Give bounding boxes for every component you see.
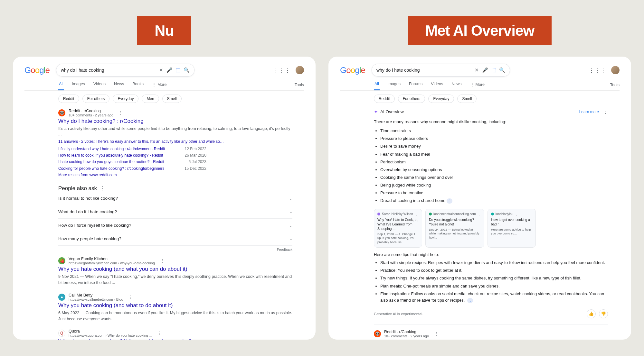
result-title[interactable]: Why do I hate cooking? : r/Cooking — [58, 118, 292, 124]
chip[interactable]: Smell — [162, 95, 182, 103]
lens-icon[interactable]: ⬚ — [176, 67, 180, 73]
tab-videos[interactable]: Videos — [93, 82, 106, 90]
paa-item[interactable]: Is it normal to not like cooking?⌄ — [58, 192, 292, 205]
sublink[interactable]: I finally understand why I hate cooking … — [58, 146, 165, 152]
result-title[interactable]: Why you hate cooking (and what to do abo… — [58, 302, 292, 309]
google-logo[interactable]: Google — [340, 65, 365, 75]
apps-icon[interactable]: ⋮⋮⋮ — [273, 67, 290, 74]
thumbs-up-button[interactable]: 👍 — [587, 309, 596, 318]
ai-tips-heading: Here are some tips that might help: — [374, 252, 608, 257]
search-input[interactable] — [61, 68, 156, 73]
tab-videos[interactable]: Videos — [430, 82, 444, 90]
clear-icon[interactable]: ✕ — [159, 67, 163, 73]
lens-icon[interactable]: ⬚ — [491, 67, 496, 73]
tab-news[interactable]: News — [451, 82, 462, 90]
more-results-link[interactable]: More results from www.reddit.com — [58, 173, 117, 177]
ai-reasons-list: Time constraintsPressure to please other… — [380, 128, 608, 204]
more-icon[interactable]: ⋮ — [128, 295, 133, 300]
more-icon[interactable]: ⋮ — [100, 186, 105, 191]
tab-more[interactable]: More — [151, 82, 167, 90]
result-title[interactable]: Why do I hate cooking? : r/Cooking — [374, 339, 608, 340]
sparkle-icon: ✦ — [374, 109, 378, 115]
chip[interactable]: Reddit — [58, 95, 79, 103]
paa-heading: People also ask — [58, 185, 97, 192]
reddit-icon: 👽 — [58, 109, 65, 116]
result-item: ● Call Me Bettyhttps://www.callmebetty.c… — [58, 293, 292, 322]
ai-card[interactable]: Sarah Hinlicky Wilson⋮ Why You* Hate to … — [374, 209, 422, 248]
more-icon[interactable]: ⋮ — [603, 109, 608, 115]
ai-overview: ✦ AI Overview Learn more ⋮ There are man… — [374, 109, 608, 318]
google-logo[interactable]: Google — [24, 65, 50, 75]
result-reddit: 👽 Reddit · r/Cooking 10+ comments · 2 ye… — [374, 330, 608, 340]
paa-item[interactable]: What do I do if I hate cooking?⌄ — [58, 205, 292, 219]
chip[interactable]: For others — [398, 95, 425, 103]
more-icon[interactable]: ⋮ — [157, 331, 162, 336]
tab-images[interactable]: Images — [71, 82, 86, 90]
search-icon[interactable]: 🔍 — [499, 67, 505, 73]
result-item: Q Quorahttps://www.quora.com › Why-do-yo… — [58, 329, 292, 340]
tabs: All Images Forums Videos News More Tools — [340, 82, 620, 91]
tab-forums[interactable]: Forums — [408, 82, 423, 90]
tab-news[interactable]: News — [113, 82, 125, 90]
tab-all[interactable]: All — [374, 82, 380, 90]
result-reddit: 👽 Reddit · r/Cooking 10+ comments · 2 ye… — [58, 109, 292, 178]
ai-card[interactable]: londoncentralcounselling.com⋮ Do you str… — [425, 209, 484, 248]
tab-more[interactable]: More — [469, 82, 485, 90]
clear-icon[interactable]: ✕ — [475, 67, 479, 73]
result-title[interactable]: Why do you hate cooking? What would make… — [58, 338, 292, 340]
tabs: All Images Videos News Books More Tools — [24, 82, 304, 91]
tab-images[interactable]: Images — [387, 82, 401, 90]
result-item: 🍓 Vegan Family Kitchenhttps://veganfamil… — [58, 257, 292, 286]
ai-disclaimer: Generative AI is experimental. — [374, 312, 423, 316]
paa-item[interactable]: How do I force myself to like cooking?⌄ — [58, 219, 292, 232]
chip[interactable]: For others — [82, 95, 110, 103]
chip[interactable]: Men — [142, 95, 159, 103]
tab-books[interactable]: Books — [132, 82, 144, 90]
chip[interactable]: Smell — [457, 95, 477, 103]
search-box[interactable]: ✕ 🎤 ⬚ 🔍 — [56, 64, 194, 77]
serp-right: Google ✕ 🎤 ⬚ 🔍 ⋮⋮⋮ All Images Forums Vid… — [328, 57, 631, 340]
site-icon: ● — [58, 294, 65, 301]
ai-overview-label: AI Overview — [380, 109, 579, 114]
search-icon[interactable]: 🔍 — [184, 67, 190, 73]
avatar[interactable] — [296, 66, 304, 74]
chevron-down-icon: ⌄ — [289, 223, 292, 228]
more-icon[interactable]: ⋮ — [118, 110, 123, 115]
tools-link[interactable]: Tools — [610, 83, 620, 87]
quora-icon: Q — [58, 330, 65, 337]
expand-icon[interactable]: ⌄ — [467, 298, 473, 303]
mic-icon[interactable]: 🎤 — [166, 67, 173, 73]
sublink[interactable]: Cooking for people who hate cooking? : r… — [58, 165, 165, 172]
feedback-link[interactable]: Feedback — [58, 248, 292, 251]
apps-icon[interactable]: ⋮⋮⋮ — [589, 67, 606, 74]
banner-left: Nu — [137, 16, 191, 45]
more-icon[interactable]: ⋮ — [160, 258, 165, 263]
ai-card[interactable]: lunchladylou⋮ How to get over cooking a … — [488, 209, 536, 248]
mic-icon[interactable]: 🎤 — [482, 67, 488, 73]
chip[interactable]: Everyday — [428, 95, 454, 103]
site-icon: 🍓 — [58, 257, 65, 264]
chip[interactable]: Reddit — [374, 95, 395, 103]
tab-all[interactable]: All — [58, 82, 64, 90]
ai-tips-list: Start with simple recipes: Recipes with … — [380, 260, 608, 304]
sublink[interactable]: I hate cooking how do you guys continue … — [58, 159, 164, 165]
search-box[interactable]: ✕ 🎤 ⬚ 🔍 — [372, 64, 510, 77]
learn-more-link[interactable]: Learn more — [579, 110, 599, 114]
more-icon[interactable]: ⋮ — [434, 331, 439, 336]
chevron-down-icon: ⌄ — [289, 210, 292, 214]
avatar[interactable] — [611, 66, 620, 74]
serp-left: Google ✕ 🎤 ⬚ 🔍 ⋮⋮⋮ All Images Videos New… — [13, 57, 316, 340]
ai-source-cards: Sarah Hinlicky Wilson⋮ Why You* Hate to … — [374, 209, 608, 248]
paa-item[interactable]: How many people hate cooking?⌄ — [58, 232, 292, 246]
tools-link[interactable]: Tools — [295, 83, 304, 87]
sublink[interactable]: How to learn to cook, if you absolutely … — [58, 152, 163, 159]
chip[interactable]: Everyday — [113, 95, 138, 103]
ai-intro: There are many reasons why someone might… — [374, 119, 608, 125]
result-title[interactable]: Why you hate cooking (and what you can d… — [58, 266, 292, 272]
reddit-icon: 👽 — [374, 330, 381, 337]
people-also-ask: People also ask⋮ Is it normal to not lik… — [58, 185, 292, 251]
search-input[interactable] — [376, 68, 471, 73]
collapse-icon[interactable]: ⌃ — [447, 198, 452, 204]
banner-right: Met AI Overview — [408, 16, 552, 45]
thumbs-down-button[interactable]: 👎 — [599, 309, 608, 318]
